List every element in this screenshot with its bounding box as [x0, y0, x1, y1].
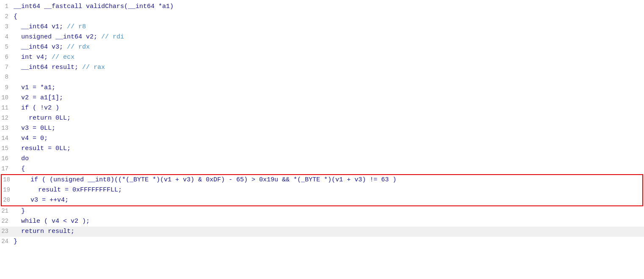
- code-line: 20 v3 = ++v4;: [2, 195, 642, 205]
- code-line: 19 result = 0xFFFFFFFFLL;: [2, 185, 642, 195]
- line-number: 21: [0, 207, 12, 216]
- code-lines-after: 21 }22 while ( v4 < v2 );23 return resul…: [0, 206, 644, 247]
- code-line: 14 v4 = 0;: [0, 134, 644, 144]
- highlight-block: 18 if ( (unsigned __int8)((*(_BYTE *)(v1…: [1, 174, 643, 206]
- code-line: 10 v2 = a1[1];: [0, 93, 644, 103]
- line-number: 19: [2, 186, 14, 195]
- line-number: 6: [0, 53, 12, 62]
- line-number: 5: [0, 43, 12, 52]
- line-number: 4: [0, 33, 12, 42]
- line-content: {: [12, 12, 644, 22]
- code-line: 18 if ( (unsigned __int8)((*(_BYTE *)(v1…: [2, 175, 642, 185]
- line-content: result = 0xFFFFFFFFLL;: [14, 185, 642, 195]
- line-content: __int64 __fastcall validChars(__int64 *a…: [12, 2, 644, 11]
- line-number: 23: [0, 227, 12, 236]
- code-lines-before: 1__int64 __fastcall validChars(__int64 *…: [0, 2, 644, 174]
- code-line: 3 __int64 v1; // r8: [0, 22, 644, 32]
- line-content: do: [12, 154, 644, 164]
- line-number: 24: [0, 237, 12, 246]
- code-line: 17 {: [0, 164, 644, 174]
- code-line: 24}: [0, 237, 644, 247]
- line-content: result = 0LL;: [12, 144, 644, 153]
- line-content: {: [12, 164, 644, 174]
- code-line: 5 __int64 v3; // rdx: [0, 42, 644, 52]
- line-content: return result;: [12, 227, 644, 236]
- line-content: return 0LL;: [12, 113, 644, 123]
- line-content: int v4; // ecx: [12, 52, 644, 62]
- line-number: 12: [0, 114, 12, 123]
- code-line: 7 __int64 result; // rax: [0, 63, 644, 73]
- line-number: 16: [0, 154, 12, 164]
- line-number: 15: [0, 144, 12, 153]
- line-content: __int64 result; // rax: [12, 63, 644, 72]
- line-number: 13: [0, 124, 12, 133]
- code-line: 15 result = 0LL;: [0, 144, 644, 154]
- line-content: v3 = ++v4;: [14, 195, 642, 205]
- line-number: 7: [0, 63, 12, 72]
- code-line: 12 return 0LL;: [0, 113, 644, 123]
- line-content: unsigned __int64 v2; // rdi: [12, 32, 644, 42]
- code-container: 1__int64 __fastcall validChars(__int64 *…: [0, 0, 644, 279]
- line-number: 14: [0, 134, 12, 143]
- code-line: 8: [0, 73, 644, 83]
- code-line: 16 do: [0, 154, 644, 164]
- code-line: 9 v1 = *a1;: [0, 83, 644, 93]
- code-lines-highlight: 18 if ( (unsigned __int8)((*(_BYTE *)(v1…: [2, 175, 642, 205]
- line-content: if ( (unsigned __int8)((*(_BYTE *)(v1 + …: [14, 175, 642, 185]
- code-line: 1__int64 __fastcall validChars(__int64 *…: [0, 2, 644, 12]
- code-line: 21 }: [0, 206, 644, 216]
- code-line: 13 v3 = 0LL;: [0, 123, 644, 134]
- code-line: 23 return result;: [0, 227, 644, 237]
- line-number: 9: [0, 83, 12, 93]
- code-line: 2{: [0, 12, 644, 22]
- code-line: 22 while ( v4 < v2 );: [0, 216, 644, 227]
- line-content: v3 = 0LL;: [12, 123, 644, 133]
- line-number: 10: [0, 93, 12, 103]
- line-content: }: [12, 206, 644, 216]
- line-content: if ( !v2 ): [12, 103, 644, 113]
- code-line: 6 int v4; // ecx: [0, 52, 644, 63]
- line-number: 20: [2, 196, 14, 205]
- line-number: 11: [0, 104, 12, 113]
- line-number: 1: [0, 2, 12, 11]
- line-number: 2: [0, 12, 12, 22]
- line-content: v1 = *a1;: [12, 83, 644, 93]
- line-content: v2 = a1[1];: [12, 93, 644, 103]
- line-number: 22: [0, 217, 12, 226]
- code-line: 11 if ( !v2 ): [0, 103, 644, 113]
- line-number: 18: [2, 175, 14, 185]
- line-content: v4 = 0;: [12, 134, 644, 143]
- line-content: __int64 v3; // rdx: [12, 42, 644, 52]
- code-line: 4 unsigned __int64 v2; // rdi: [0, 32, 644, 42]
- line-number: 3: [0, 22, 12, 32]
- line-content: while ( v4 < v2 );: [12, 216, 644, 226]
- line-content: __int64 v1; // r8: [12, 22, 644, 32]
- line-number: 17: [0, 164, 12, 174]
- line-number: 8: [0, 73, 12, 82]
- line-content: }: [12, 237, 644, 246]
